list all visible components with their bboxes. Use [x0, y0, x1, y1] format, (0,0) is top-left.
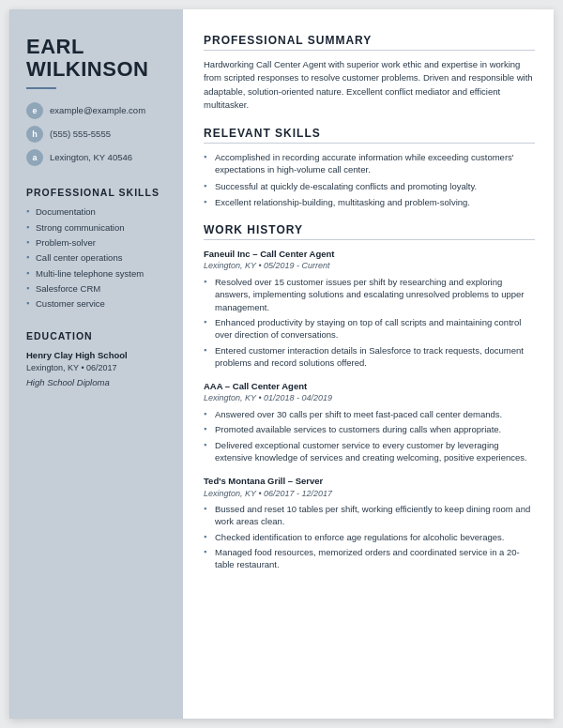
professional-summary-section: PROFESSIONAL SUMMARY Hardworking Call Ce… — [204, 34, 535, 112]
list-item: Accomplished in recording accurate infor… — [204, 151, 535, 176]
list-item: Managed food resources, memorized orders… — [204, 546, 535, 571]
summary-text: Hardworking Call Center Agent with super… — [204, 58, 535, 112]
job-meta-3: Lexington, KY • 06/2017 - 12/2017 — [204, 488, 535, 500]
phone-icon: h — [26, 126, 43, 143]
job-block-3: Ted's Montana Grill – Server Lexington, … — [204, 475, 535, 570]
contact-email: e example@example.com — [26, 102, 166, 119]
address-icon: a — [26, 149, 43, 166]
email-value: example@example.com — [50, 105, 145, 116]
list-item: Documentation — [26, 205, 166, 218]
list-item: Successful at quickly de-escalating conf… — [204, 180, 535, 192]
list-item: Bussed and reset 10 tables per shift, wo… — [204, 503, 535, 528]
list-item: Salesforce CRM — [26, 282, 166, 295]
professional-skills-title: PROFESSIONAL SKILLS — [26, 187, 166, 198]
list-item: Call center operations — [26, 251, 166, 264]
list-item: Checked identification to enforce age re… — [204, 531, 535, 543]
name-block: EARL WILKINSON — [26, 36, 166, 89]
list-item: Multi-line telephone system — [26, 267, 166, 280]
relevant-skills-section: RELEVANT SKILLS Accomplished in recordin… — [204, 127, 535, 208]
job-title-3: Ted's Montana Grill – Server — [204, 475, 535, 487]
education-title: EDUCATION — [26, 330, 166, 341]
last-name: WILKINSON — [26, 58, 166, 81]
professional-skills-list: Documentation Strong communication Probl… — [26, 205, 166, 310]
job-list-3: Bussed and reset 10 tables per shift, wo… — [204, 503, 535, 570]
list-item: Enhanced productivity by staying on top … — [204, 316, 535, 341]
first-name: EARL — [26, 36, 166, 58]
professional-summary-title: PROFESSIONAL SUMMARY — [204, 34, 535, 51]
job-list-2: Answered over 30 calls per shift to meet… — [204, 408, 535, 463]
list-item: Customer service — [26, 297, 166, 310]
list-item: Excellent relationship-building, multita… — [204, 196, 535, 208]
work-history-section: WORK HISTORY Faneuil Inc – Call Center A… — [204, 223, 535, 570]
work-history-title: WORK HISTORY — [204, 223, 535, 240]
list-item: Strong communication — [26, 221, 166, 234]
sidebar: EARL WILKINSON e example@example.com h (… — [9, 9, 183, 719]
list-item: Delivered exceptional customer service t… — [204, 439, 535, 464]
job-title-1: Faneuil Inc – Call Center Agent — [204, 248, 535, 260]
professional-skills-section: PROFESSIONAL SKILLS Documentation Strong… — [26, 187, 166, 310]
job-block-1: Faneuil Inc – Call Center Agent Lexingto… — [204, 248, 535, 369]
list-item: Answered over 30 calls per shift to meet… — [204, 408, 535, 420]
address-value: Lexington, KY 40546 — [50, 152, 132, 163]
list-item: Problem-solver — [26, 236, 166, 249]
contact-address: a Lexington, KY 40546 — [26, 149, 166, 166]
list-item: Entered customer interaction details in … — [204, 344, 535, 370]
relevant-skills-title: RELEVANT SKILLS — [204, 127, 535, 144]
list-item: Resolved over 15 customer issues per shi… — [204, 276, 535, 313]
school-name: Henry Clay High School — [26, 349, 166, 361]
list-item: Promoted available services to customers… — [204, 423, 535, 435]
email-icon: e — [26, 102, 43, 119]
contact-phone: h (555) 555-5555 — [26, 126, 166, 143]
job-meta-2: Lexington, KY • 01/2018 - 04/2019 — [204, 392, 535, 404]
job-list-1: Resolved over 15 customer issues per shi… — [204, 276, 535, 369]
job-title-2: AAA – Call Center Agent — [204, 380, 535, 392]
job-meta-1: Lexington, KY • 05/2019 - Current — [204, 260, 535, 272]
relevant-skills-list: Accomplished in recording accurate infor… — [204, 151, 535, 208]
job-block-2: AAA – Call Center Agent Lexington, KY • … — [204, 380, 535, 463]
phone-value: (555) 555-5555 — [50, 129, 111, 140]
education-section: EDUCATION Henry Clay High School Lexingt… — [26, 330, 166, 388]
school-location: Lexington, KY • 06/2017 — [26, 362, 166, 374]
degree: High School Diploma — [26, 376, 166, 388]
name-divider — [26, 87, 56, 89]
main-content: PROFESSIONAL SUMMARY Hardworking Call Ce… — [183, 9, 554, 719]
resume-container: EARL WILKINSON e example@example.com h (… — [9, 9, 554, 719]
